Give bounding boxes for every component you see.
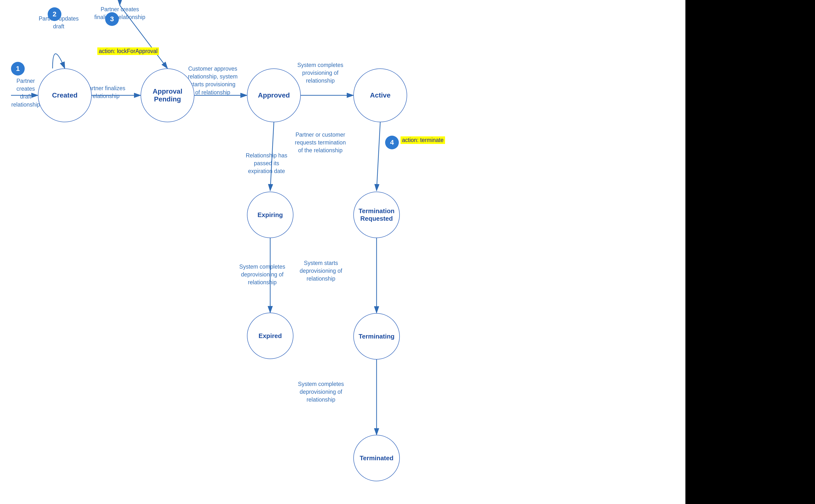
step-badge-3: 3 <box>105 12 119 26</box>
black-panel <box>685 0 815 504</box>
expiration-label: Relationship haspassed itsexpiration dat… <box>242 152 291 175</box>
state-expiring: Expiring <box>247 192 293 238</box>
svg-line-7 <box>376 122 380 191</box>
deprovision-expiring-label: System completesdeprovisioning ofrelatio… <box>236 263 288 286</box>
state-termination-requested: TerminationRequested <box>353 192 400 238</box>
state-expired: Expired <box>247 313 293 359</box>
action-terminate-label: action: terminate <box>400 136 445 144</box>
state-created: Created <box>38 68 92 122</box>
state-terminating: Terminating <box>353 313 400 360</box>
deprovision-terminating-label: System completesdeprovisioning ofrelatio… <box>293 380 348 404</box>
provision-label: System completesprovisioning ofrelations… <box>293 61 347 85</box>
state-approved: Approved <box>247 68 301 122</box>
diagram-container: 1 2 3 4 Partner createsdraft relationshi… <box>0 0 815 504</box>
state-terminated: Terminated <box>353 435 400 481</box>
step3-label: Partner createsfinalized relationship <box>94 5 145 21</box>
step1-label: Partner createsdraft relationship <box>11 77 40 109</box>
step-badge-4: 4 <box>385 136 399 149</box>
action-lock-label: action: lockForApproval <box>97 47 159 55</box>
state-approval-pending: ApprovalPending <box>141 68 194 122</box>
terminate-request-label: Partner or customerrequests terminationo… <box>292 131 348 154</box>
state-active: Active <box>353 68 407 122</box>
step-badge-2: 2 <box>48 7 61 21</box>
system-deprovisioning-label: System startsdeprovisioning ofrelationsh… <box>293 259 348 283</box>
step-badge-1: 1 <box>11 62 25 76</box>
